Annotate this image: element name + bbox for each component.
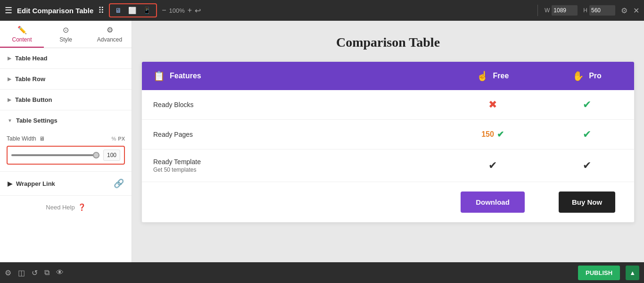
unit-toggle: % PX xyxy=(112,136,125,142)
tab-style[interactable]: ⊙ Style xyxy=(44,21,88,48)
table-row-label: Table Row xyxy=(15,75,45,83)
check-dark-icon: ✔ xyxy=(488,159,497,172)
main-layout: ✏️ Content ⊙ Style ⚙ Advanced ▶ Table He… xyxy=(0,21,644,262)
need-help-text: Need Help xyxy=(46,204,74,211)
cell-multi: Ready Template Get 50 templates xyxy=(153,158,434,173)
grid-icon[interactable]: ⠿ xyxy=(98,5,104,16)
table-row: Ready Pages 150 ✔ ✔ xyxy=(142,120,634,150)
table-buttons-row: Download Buy Now xyxy=(142,182,634,222)
table-button-label: Table Button xyxy=(15,96,52,103)
bottom-bar: ⚙ ◫ ↺ ⧉ 👁 PUBLISH ▲ xyxy=(0,262,644,283)
width-field[interactable] xyxy=(552,5,578,16)
cell-sub: Get 50 templates xyxy=(153,166,434,173)
cell-ready-pages-free: 150 ✔ xyxy=(446,121,540,148)
device-buttons: 🖥 ⬜ 📱 xyxy=(109,3,157,17)
table-button-arrow: ▶ xyxy=(8,97,11,102)
hamburger-icon[interactable]: ☰ xyxy=(5,5,12,16)
need-help-section: Need Help ❓ xyxy=(0,196,132,218)
publish-button[interactable]: PUBLISH xyxy=(578,266,620,280)
buynow-button[interactable]: Buy Now xyxy=(559,191,615,213)
tab-content[interactable]: ✏️ Content xyxy=(0,21,44,48)
buynow-cell: Buy Now xyxy=(540,191,634,213)
separator xyxy=(537,5,538,16)
section-table-row: ▶ Table Row xyxy=(0,69,132,90)
eye-icon[interactable]: 👁 xyxy=(56,268,64,277)
cell-ready-template-pro: ✔ xyxy=(540,151,634,180)
table-row: Ready Blocks ✖ ✔ xyxy=(142,90,634,120)
table-head-header[interactable]: ▶ Table Head xyxy=(0,48,132,68)
cell-ready-pages-label: Ready Pages xyxy=(142,122,446,147)
table-header-row: 📋 Features ☝ Free ✋ Pro xyxy=(142,62,634,90)
mobile-btn[interactable]: 📱 xyxy=(140,6,153,15)
height-label: H xyxy=(583,7,587,14)
check-green-icon-2: ✔ xyxy=(583,128,591,141)
layers-icon[interactable]: ◫ xyxy=(18,268,25,277)
download-cell: Download xyxy=(446,191,540,213)
table-settings-arrow: ▼ xyxy=(8,118,12,123)
settings-icon[interactable]: ⚙ xyxy=(621,6,627,15)
help-icon[interactable]: ❓ xyxy=(78,203,86,211)
cell-ready-blocks-label: Ready Blocks xyxy=(142,92,446,117)
sidebar-content: ▶ Table Head ▶ Table Row ▶ Table Button xyxy=(0,48,132,262)
cell-ready-template-free: ✔ xyxy=(446,151,540,180)
height-input: H xyxy=(583,5,615,16)
table-settings-header[interactable]: ▼ Table Settings xyxy=(0,110,132,131)
download-button[interactable]: Download xyxy=(461,191,525,213)
section-table-settings: ▼ Table Settings Table Width 🖥 % xyxy=(0,110,132,172)
th-pro: ✋ Pro xyxy=(540,62,634,90)
check-green-icon: ✔ xyxy=(583,99,591,111)
desktop-btn[interactable]: 🖥 xyxy=(113,6,124,15)
check-dark-icon-2: ✔ xyxy=(583,159,591,172)
history-icon[interactable]: ↺ xyxy=(32,268,38,277)
close-icon[interactable]: ✕ xyxy=(633,6,639,15)
table-head-label: Table Head xyxy=(15,55,47,62)
features-icon: 📋 xyxy=(153,70,165,82)
th-features-label: Features xyxy=(170,72,201,80)
x-icon: ✖ xyxy=(488,99,497,111)
section-wrapper-link[interactable]: ▶ Wrapper Link 🔗 xyxy=(0,172,132,196)
advanced-tab-label: Advanced xyxy=(97,36,122,43)
height-field[interactable] xyxy=(589,5,615,16)
tab-advanced[interactable]: ⚙ Advanced xyxy=(88,21,132,48)
free-icon: ☝ xyxy=(477,70,488,82)
settings-bottom-icon[interactable]: ⚙ xyxy=(5,268,11,277)
slider-thumb[interactable] xyxy=(93,152,99,158)
canvas: Comparison Table 📋 Features ☝ Free ✋ Pro xyxy=(132,21,644,262)
th-free: ☝ Free xyxy=(446,62,540,90)
canvas-inner: Comparison Table 📋 Features ☝ Free ✋ Pro xyxy=(141,35,635,223)
cell-main: Ready Template xyxy=(153,158,434,166)
copy-icon[interactable]: ⧉ xyxy=(44,268,50,277)
th-free-label: Free xyxy=(493,72,509,80)
tablet-btn[interactable]: ⬜ xyxy=(126,6,139,15)
table-width-row: Table Width 🖥 % PX xyxy=(7,135,125,142)
table-row: Ready Template Get 50 templates ✔ ✔ xyxy=(142,150,634,182)
content-tab-icon: ✏️ xyxy=(17,25,27,34)
top-bar-right: W H ⚙ ✕ xyxy=(545,5,639,16)
table-row-arrow: ▶ xyxy=(8,76,11,82)
width-label: W xyxy=(545,7,550,14)
th-pro-label: Pro xyxy=(589,72,602,80)
zoom-controls: − 100% + ↩ xyxy=(162,6,201,15)
comparison-table: 📋 Features ☝ Free ✋ Pro Ready Blo xyxy=(141,61,635,223)
cell-ready-template-label: Ready Template Get 50 templates xyxy=(142,150,446,182)
zoom-in-btn[interactable]: + xyxy=(188,6,192,15)
zoom-out-btn[interactable]: − xyxy=(162,6,166,15)
content-tab-label: Content xyxy=(12,36,32,43)
editor-title: Edit Comparison Table xyxy=(17,7,93,15)
cell-ready-pages-pro: ✔ xyxy=(540,120,634,149)
slider-value-input[interactable] xyxy=(103,150,120,161)
number-value: 150 ✔ xyxy=(481,129,504,140)
table-width-slider-row xyxy=(7,146,125,165)
table-row-header[interactable]: ▶ Table Row xyxy=(0,69,132,89)
style-tab-label: Style xyxy=(59,36,72,43)
percent-unit-btn[interactable]: % xyxy=(112,136,116,142)
publish-dropdown-btn[interactable]: ▲ xyxy=(626,266,639,280)
table-head-arrow: ▶ xyxy=(8,56,11,61)
th-features: 📋 Features xyxy=(142,62,446,90)
table-button-header[interactable]: ▶ Table Button xyxy=(0,90,132,110)
wrapper-link-arrow: ▶ xyxy=(8,180,12,187)
undo-btn[interactable]: ↩ xyxy=(195,6,201,15)
sidebar: ✏️ Content ⊙ Style ⚙ Advanced ▶ Table He… xyxy=(0,21,132,262)
section-table-button: ▶ Table Button xyxy=(0,90,132,110)
slider-track[interactable] xyxy=(11,154,99,156)
